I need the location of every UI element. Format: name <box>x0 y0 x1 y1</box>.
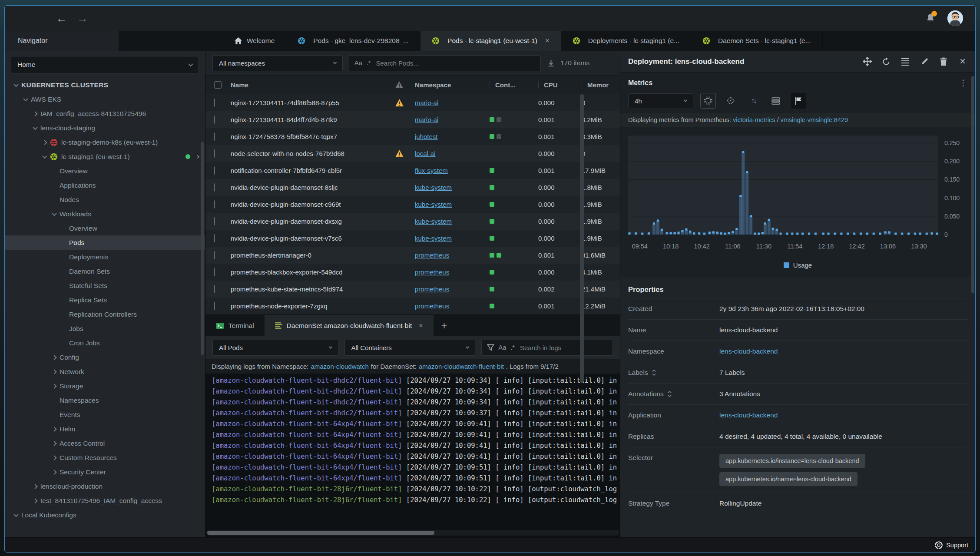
log-search-input[interactable] <box>519 344 607 352</box>
refresh-icon[interactable] <box>881 57 891 66</box>
sidebar-item-overview[interactable]: Overview <box>5 164 205 178</box>
chevron-right-icon[interactable] <box>52 470 56 474</box>
chevron-right-icon[interactable] <box>52 441 56 446</box>
namespace-link[interactable]: kube-system <box>415 218 452 225</box>
sidebar-item-iam-config-access-841310725496[interactable]: IAM_config_access-841310725496 <box>5 106 205 121</box>
sidebar-item-config[interactable]: Config <box>5 350 205 364</box>
row-checkbox[interactable] <box>214 132 215 141</box>
row-checkbox[interactable] <box>214 285 215 293</box>
sidebar-item-storage[interactable]: Storage <box>5 379 205 393</box>
chevron-right-icon[interactable] <box>52 355 56 360</box>
catalog-select[interactable]: Home <box>11 56 199 73</box>
row-checkbox[interactable] <box>214 149 215 158</box>
sidebar-item-local-kubeconfigs[interactable]: Local Kubeconfigs <box>5 508 205 522</box>
sidebar-item-deployments[interactable]: Deployments <box>5 250 205 264</box>
namespace-link[interactable]: kube-system <box>415 184 452 191</box>
dock-tab-terminal[interactable]: Terminal <box>205 315 265 336</box>
sort-updown-icon[interactable]: ↑↓ <box>745 93 761 109</box>
expand-updown-icon[interactable] <box>667 391 672 397</box>
namespace-link[interactable]: prometheus <box>415 285 449 293</box>
chevron-right-icon[interactable] <box>52 455 56 460</box>
tab-deployments-lc-staging1-e[interactable]: Deployments - lc-staging1 (e... <box>561 31 691 51</box>
sidebar-item-custom-resources[interactable]: Custom Resources <box>5 450 205 465</box>
column-warning[interactable] <box>395 81 415 89</box>
row-checkbox[interactable] <box>214 99 215 107</box>
delete-trash-icon[interactable] <box>939 57 948 66</box>
table-row[interactable]: prometheus-alertmanager-0prometheus0.001… <box>205 247 620 264</box>
table-row[interactable]: prometheus-node-exporter-7zgxqprometheus… <box>205 298 620 314</box>
sidebar-item-lenscloud-production[interactable]: lenscloud-production <box>5 479 205 493</box>
sidebar-item-stateful-sets[interactable]: Stateful Sets <box>5 278 205 293</box>
log-daemonset-link[interactable]: amazon-cloudwatch-fluent-bit <box>419 363 504 370</box>
namespace-filter-select[interactable]: All namespaces <box>212 55 343 71</box>
kebab-menu-icon[interactable]: ⋮ <box>959 78 967 88</box>
prometheus-link[interactable]: victoria-metrics <box>733 116 775 123</box>
sidebar-scrollbar[interactable] <box>201 142 204 355</box>
sidebar-item-test-841310725496-iam-config-access[interactable]: test_841310725496_IAM_config_access <box>5 493 205 508</box>
chevron-down-icon[interactable] <box>52 211 56 215</box>
sidebar-item-nodes[interactable]: Nodes <box>5 192 205 207</box>
namespace-link[interactable]: local-ai <box>415 150 436 157</box>
sidebar-item-helm[interactable]: Helm <box>5 422 205 436</box>
support-button[interactable]: Support <box>935 541 968 549</box>
cpu-metric-button[interactable] <box>700 93 716 109</box>
table-row[interactable]: nvidia-device-plugin-daemonset-v7sc6kube… <box>205 230 620 247</box>
edit-pencil-icon[interactable] <box>920 57 929 66</box>
chart-legend[interactable]: Usage <box>620 258 975 273</box>
column-containers[interactable]: Cont... <box>490 81 538 89</box>
chevron-down-icon[interactable] <box>13 512 18 516</box>
close-icon[interactable]: × <box>419 322 423 330</box>
close-icon[interactable]: × <box>545 36 550 45</box>
sidebar-item-pods[interactable]: Pods <box>5 235 205 250</box>
pods-search-input[interactable] <box>375 59 535 67</box>
chevron-right-icon[interactable] <box>52 369 56 374</box>
chevron-right-icon[interactable] <box>33 484 37 489</box>
namespace-link[interactable]: mario-ai <box>415 99 438 106</box>
sidebar-item-daemon-sets[interactable]: Daemon Sets <box>5 264 205 278</box>
vmsingle-link[interactable]: vmsingle-vmsingle:8429 <box>781 116 848 123</box>
sidebar-item-jobs[interactable]: Jobs <box>5 321 205 336</box>
chevron-right-icon[interactable] <box>196 155 199 158</box>
row-checkbox[interactable] <box>214 200 215 208</box>
row-checkbox[interactable] <box>214 183 215 192</box>
detach-move-icon[interactable] <box>862 57 872 66</box>
sidebar-item-workloads[interactable]: Workloads <box>5 207 205 221</box>
namespace-link[interactable]: flux-system <box>415 167 448 174</box>
table-row[interactable]: nvidia-device-plugin-daemonset-dxsxgkube… <box>205 213 620 230</box>
scrollbar-thumb[interactable] <box>207 531 434 535</box>
sidebar-item-overview[interactable]: Overview <box>5 221 205 235</box>
row-checkbox[interactable] <box>214 302 215 310</box>
chevron-right-icon[interactable] <box>42 140 47 145</box>
expand-updown-icon[interactable] <box>652 369 656 376</box>
tab-welcome[interactable]: Welcome <box>223 31 286 51</box>
filter-funnel-icon[interactable] <box>487 344 494 351</box>
regex-icon[interactable]: .* <box>367 60 371 66</box>
chevron-right-icon[interactable] <box>52 384 56 388</box>
download-icon[interactable] <box>547 59 555 67</box>
sidebar-item-replica-sets[interactable]: Replica Sets <box>5 293 205 307</box>
tag-icon[interactable] <box>723 93 738 109</box>
sidebar-item-kubernetes-clusters[interactable]: KUBERNETES CLUSTERS <box>5 78 205 92</box>
table-row[interactable]: nginx-1724758378-5fb6f5847c-tqpx7juhotes… <box>205 128 620 145</box>
sidebar-item-network[interactable]: Network <box>5 364 205 379</box>
sidebar-item-access-control[interactable]: Access Control <box>5 436 205 450</box>
log-lines[interactable]: [amazon-cloudwatch-fluent-bit-dhdc2/flue… <box>205 374 620 527</box>
regex-icon[interactable]: .* <box>510 344 515 351</box>
chevron-down-icon[interactable] <box>33 125 37 129</box>
table-row[interactable]: nvidia-device-plugin-daemonset-c969tkube… <box>205 196 620 213</box>
namespace-link[interactable]: prometheus <box>415 268 449 276</box>
navigator-tab[interactable]: Navigator <box>5 31 119 51</box>
namespace-link[interactable]: mario-ai <box>415 116 438 123</box>
chevron-right-icon[interactable] <box>33 498 37 503</box>
table-row[interactable]: nvidia-device-plugin-daemonset-8sljckube… <box>205 179 620 196</box>
match-case-icon[interactable]: Aa <box>354 60 362 66</box>
chevron-down-icon[interactable] <box>13 82 18 86</box>
tab-daemon-sets-lc-staging1-e[interactable]: Daemon Sets - lc-staging1 (e... <box>691 31 823 51</box>
row-checkbox[interactable] <box>214 268 215 276</box>
close-drawer-icon[interactable]: × <box>958 57 967 66</box>
sidebar-item-applications[interactable]: Applications <box>5 178 205 192</box>
column-name[interactable]: Name <box>231 81 395 89</box>
namespace-link[interactable]: prometheus <box>415 252 449 259</box>
match-case-icon[interactable]: Aa <box>499 344 507 351</box>
sidebar-item-lc-staging1-eu-west-1[interactable]: lc-staging1 (eu-west-1) <box>5 149 205 164</box>
